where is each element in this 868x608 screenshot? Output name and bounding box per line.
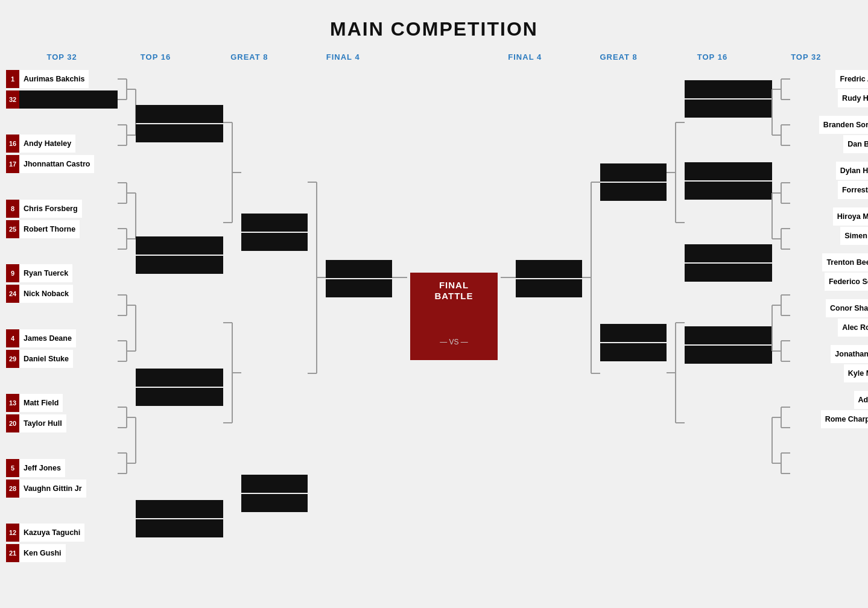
- entry-9: 9 Ryan Tuerck: [6, 264, 118, 282]
- match-9-24: 9 Ryan Tuerck 24 Nick Noback: [6, 263, 118, 304]
- entry-28: 28 Vaughn Gittin Jr: [6, 480, 118, 498]
- top16-match-c: [136, 367, 223, 407]
- header-great8-left: GREAT 8: [210, 52, 288, 62]
- r-match-15-18: 15 Branden Sorensen 18 Dan Burkett: [790, 115, 868, 154]
- header-top32-right: TOP 32: [767, 52, 845, 62]
- bracket-section: TOP 32 TOP 16 GREAT 8 FINAL 4 FINAL 4 GR…: [0, 52, 868, 563]
- entry-12: 12 Kazuya Taguchi: [6, 524, 118, 542]
- match-12-21: 12 Kazuya Taguchi 21 Ken Gushi: [6, 522, 118, 563]
- header-final4-right: FINAL 4: [486, 52, 564, 62]
- left-great8-col: [241, 69, 308, 563]
- entry-20: 20 Taylor Hull: [6, 414, 118, 432]
- r-match-11-22: 11 Adam LZ 22 Rome Charpentier: [790, 390, 868, 429]
- header-top32-left: TOP 32: [23, 52, 101, 62]
- right-great8-col: [600, 69, 667, 563]
- r-great8-match-a: [600, 162, 667, 202]
- match-16-17: 16 Andy Hateley 17 Jhonnattan Castro: [6, 133, 118, 174]
- r-great8-match-b: [600, 323, 667, 363]
- left-top32-col: 1 Aurimas Bakchis 32 16 Andy Hateley: [6, 69, 118, 563]
- header-great8-right: GREAT 8: [580, 52, 658, 62]
- connector-final4-center-left: [392, 69, 407, 563]
- entry-25: 25 Robert Thorne: [6, 220, 118, 238]
- final4-match-left: [326, 259, 392, 299]
- match-5-28: 5 Jeff Jones 28 Vaughn Gittin Jr: [6, 458, 118, 499]
- entry-24: 24 Nick Noback: [6, 285, 118, 303]
- header-top16-left: TOP 16: [116, 52, 195, 62]
- connector-final4-center-right: [501, 69, 516, 563]
- entry-13: 13 Matt Field: [6, 394, 118, 412]
- right-top16-col: [685, 69, 772, 563]
- top16-match-b: [136, 235, 223, 275]
- r-match-3-30: 3 Trenton Beechum 30 Federico Sceriffo: [790, 252, 868, 292]
- r-final4-match: [516, 259, 582, 299]
- bracket-body: 1 Aurimas Bakchis 32 16 Andy Hateley: [6, 69, 862, 563]
- round-headers: TOP 32 TOP 16 GREAT 8 FINAL 4 FINAL 4 GR…: [0, 52, 868, 69]
- entry-21: 21 Ken Gushi: [6, 544, 118, 562]
- left-top16-col: [136, 69, 223, 563]
- final-battle-box: FINAL BATTLE — VS —: [407, 69, 501, 563]
- great8-match-b: [241, 473, 308, 513]
- connector-top16-great8-left: [223, 69, 241, 563]
- connector-top16-great8-right: [667, 69, 685, 563]
- r-top16-match-d: [685, 325, 772, 365]
- entry-4: 4 James Deane: [6, 329, 118, 347]
- r-top16-match-b: [685, 161, 772, 201]
- connector-top32-top16-right: [772, 69, 790, 563]
- match-4-29: 4 James Deane 29 Daniel Stuke: [6, 328, 118, 369]
- r-match-7-26: 7 Dylan Hughes 26 Forrest Wang: [790, 160, 868, 200]
- left-bracket: 1 Aurimas Bakchis 32 16 Andy Hateley: [6, 69, 407, 563]
- left-final4-col: [326, 69, 392, 563]
- entry-8: 8 Chris Forsberg: [6, 200, 118, 218]
- entry-16: 16 Andy Hateley: [6, 135, 118, 153]
- r-match-2-31: 2 Fredric Aasbo 31 Rudy Hansen: [790, 69, 868, 109]
- right-bracket: 2 Fredric Aasbo 31 Rudy Hansen 15 Brande…: [501, 69, 868, 563]
- r-match-14-19: 14 Conor Shanahan 19 Alec Robbins: [790, 298, 868, 338]
- connector-great8-final4-left: [308, 69, 326, 563]
- right-top32-col: 2 Fredric Aasbo 31 Rudy Hansen 15 Brande…: [790, 69, 868, 563]
- final-battle-label: FINAL BATTLE: [419, 280, 489, 302]
- r-top16-match-a: [685, 79, 772, 119]
- top16-match-d: [136, 499, 223, 539]
- seed-1: 1: [6, 70, 19, 88]
- connector-great8-final4-right: [582, 69, 600, 563]
- header-top16-right: TOP 16: [673, 52, 752, 62]
- entry-29: 29 Daniel Stuke: [6, 350, 118, 368]
- r-match-10-23: 10 Hiroya Minowa 23 Simen Olsen: [790, 206, 868, 246]
- name-aurimas: Aurimas Bakchis: [19, 70, 89, 88]
- r-top16-match-c: [685, 243, 772, 283]
- match-1-2: 1 Aurimas Bakchis 32: [6, 69, 118, 110]
- great8-match-a: [241, 212, 308, 252]
- entry-32: 32: [6, 90, 118, 109]
- right-final4-col: [516, 69, 582, 563]
- entry-5: 5 Jeff Jones: [6, 459, 118, 477]
- r-match-6-27: 6 Jonathan Hurst 27 Kyle Mohan: [790, 344, 868, 384]
- header-final4-left: FINAL 4: [304, 52, 382, 62]
- connector-top32-top16-left: [118, 69, 136, 563]
- entry-1: 1 Aurimas Bakchis: [6, 70, 118, 88]
- match-8-25: 8 Chris Forsberg 25 Robert Thorne: [6, 198, 118, 239]
- match-13-20: 13 Matt Field 20 Taylor Hull: [6, 393, 118, 434]
- entry-17: 17 Jhonnattan Castro: [6, 155, 118, 173]
- final-battle-vs: — VS —: [440, 338, 468, 346]
- page-title: MAIN COMPETITION: [0, 0, 868, 52]
- top16-match-a: [136, 104, 223, 144]
